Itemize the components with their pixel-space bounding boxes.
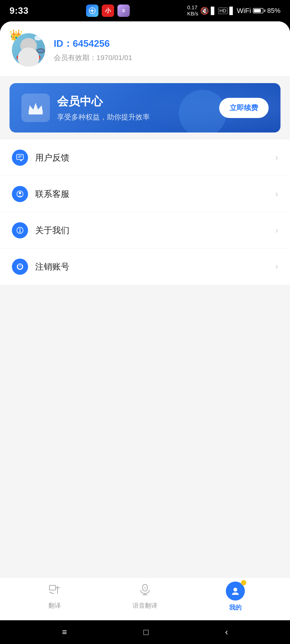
red-app-icon: 小 [102,4,114,17]
system-nav: ≡ □ ‹ [0,620,290,644]
renew-button[interactable]: 立即续费 [219,98,269,118]
signal-icon: ▋ [211,7,216,15]
network-speed: 0.17KB/s [187,4,198,17]
cat-body [18,48,39,66]
empty-space [0,300,290,578]
status-time: 9:33 [10,6,29,16]
banner-subtitle: 享受多种权益，助你提升效率 [57,112,212,122]
status-apps: 小 S [86,4,130,17]
menu-item-logout[interactable]: 注销账号 › [0,248,290,285]
content-area: 👑 ID：6454256 会员有效期：1970/01/01 [0,21,290,300]
nav-voice-translate[interactable]: 语音翻译 [126,584,164,610]
glass-right [37,48,45,53]
avatar [12,33,45,66]
avatar-wrapper: 👑 [12,33,45,66]
svg-rect-13 [20,230,21,233]
contact-icon [12,186,28,202]
svg-point-10 [19,192,21,194]
svg-rect-15 [50,585,56,590]
svg-point-12 [20,228,21,230]
menu-label-contact: 联系客服 [35,188,268,200]
profile-info: ID：6454256 会员有效期：1970/01/01 [54,37,278,63]
status-bar: 9:33 小 S 0.17KB/s 🔇 ▋ HD ▋ WiFi 85% [0,0,290,21]
voice-translate-nav-label: 语音翻译 [133,602,157,610]
feedback-icon [12,150,28,166]
mine-nav-label: 我的 [229,604,241,612]
menu-label-about: 关于我们 [35,225,268,236]
member-crown-icon [22,94,50,122]
menu-label-feedback: 用户反馈 [35,152,268,164]
svg-rect-5 [17,154,23,160]
hd-badge: HD [218,8,227,14]
svg-marker-3 [91,10,93,12]
wifi-icon: WiFi [237,7,251,15]
app-container: 👑 ID：6454256 会员有效期：1970/01/01 [0,21,290,644]
menu-list: 用户反馈 › 联系客服 › [0,140,290,285]
menu-label-logout: 注销账号 [35,261,268,272]
mute-icon: 🔇 [200,7,209,15]
bottom-nav: 翻译 语音翻译 [0,578,290,620]
member-banner: 会员中心 享受多种权益，助你提升效率 立即续费 [10,83,280,132]
svg-point-24 [233,588,237,592]
back-button[interactable]: ‹ [225,627,228,637]
menu-item-contact[interactable]: 联系客服 › [0,176,290,212]
home-button[interactable]: □ [144,627,149,637]
mine-nav-icon-wrapper [226,582,245,600]
profile-id: ID：6454256 [54,37,278,50]
about-arrow: › [275,225,278,235]
safari-icon [86,4,98,17]
menu-item-about[interactable]: 关于我们 › [0,212,290,248]
battery-percent: 85% [267,7,280,14]
menu-button[interactable]: ≡ [62,627,67,637]
feedback-arrow: › [275,153,278,163]
nav-translate[interactable]: 翻译 [36,584,74,610]
contact-arrow: › [275,189,278,199]
profile-header: 👑 ID：6454256 会员有效期：1970/01/01 [0,21,290,76]
menu-item-feedback[interactable]: 用户反馈 › [0,140,290,176]
soul-app-icon: S [117,4,130,17]
banner-title: 会员中心 [57,94,212,109]
status-right: 0.17KB/s 🔇 ▋ HD ▋ WiFi 85% [187,4,280,17]
banner-text: 会员中心 享受多种权益，助你提升效率 [57,94,212,122]
battery-icon [253,8,265,13]
signal2-icon: ▋ [229,7,235,15]
nav-mine[interactable]: 我的 [216,582,254,612]
svg-rect-4 [29,112,43,114]
translate-nav-icon [49,584,61,599]
logout-arrow: › [275,262,278,272]
logout-icon [12,258,28,275]
voice-translate-nav-icon [139,584,151,599]
svg-line-16 [50,592,54,594]
svg-rect-19 [143,584,147,591]
about-icon [12,222,28,238]
profile-expiry: 会员有效期：1970/01/01 [54,53,278,63]
mine-badge [241,580,246,585]
translate-nav-label: 翻译 [49,602,61,610]
